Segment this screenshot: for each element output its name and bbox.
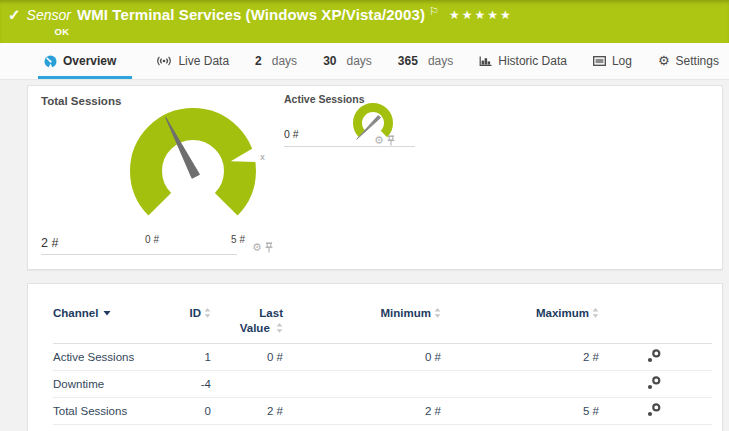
table-header-row: Channel ID Last Value Minimum Maximum bbox=[53, 306, 712, 344]
tab-2-days[interactable]: 2days bbox=[253, 43, 299, 79]
sort-desc-icon bbox=[103, 311, 111, 316]
gauges-panel: Total Sessions x 0 # 5 # 2 # ⚙ Active Se… bbox=[27, 85, 723, 270]
historic-data-icon bbox=[479, 56, 492, 67]
gear-icon: ⚙ bbox=[658, 55, 670, 67]
tab-bar: Overview Live Data 2days 30days 365days bbox=[0, 43, 729, 80]
total-sessions-gauge: x bbox=[128, 104, 278, 236]
sensor-header: ✓ Sensor WMI Terminal Services (Windows … bbox=[0, 0, 729, 43]
flag-icon[interactable]: ⚐ bbox=[429, 2, 439, 20]
log-icon bbox=[593, 56, 606, 66]
total-sessions-value: 2 # bbox=[41, 236, 58, 250]
tab-label: Log bbox=[612, 54, 632, 68]
tab-30-days[interactable]: 30days bbox=[321, 43, 374, 79]
channel-minimum: 0 # bbox=[283, 351, 441, 363]
priority-stars[interactable]: ★★★★★ bbox=[449, 6, 513, 24]
active-sessions-value: 0 # bbox=[284, 128, 299, 140]
column-header-last-value[interactable]: Last Value bbox=[211, 306, 283, 336]
column-header-minimum[interactable]: Minimum bbox=[283, 306, 441, 321]
tab-settings[interactable]: ⚙ Settings bbox=[656, 43, 721, 79]
channel-settings-icon[interactable] bbox=[647, 403, 661, 417]
channel-minimum: 2 # bbox=[283, 405, 441, 417]
live-data-icon bbox=[156, 55, 172, 67]
gauge-scale-min: 0 # bbox=[124, 234, 180, 245]
divider bbox=[284, 146, 415, 147]
channel-settings-icon[interactable] bbox=[647, 349, 661, 363]
gear-icon[interactable]: ⚙ bbox=[374, 135, 384, 146]
sort-both-icon bbox=[276, 323, 283, 333]
channel-name: Active Sessions bbox=[53, 351, 153, 363]
divider bbox=[41, 254, 237, 255]
status-badge: OK bbox=[55, 26, 513, 37]
gauge-title-total-sessions: Total Sessions bbox=[41, 95, 121, 107]
gauge-toolbar: ⚙ bbox=[374, 135, 395, 146]
channels-panel: Channel ID Last Value Minimum Maximum Ac… bbox=[27, 283, 723, 431]
column-header-id[interactable]: ID bbox=[153, 306, 211, 321]
sensor-overview-page: ✓ Sensor WMI Terminal Services (Windows … bbox=[0, 0, 729, 431]
tab-label: Overview bbox=[63, 54, 116, 68]
channel-last-value: 2 # bbox=[211, 405, 283, 417]
table-row: Total Sessions 0 2 # 2 # 5 # bbox=[53, 398, 712, 425]
gauge-toolbar: ⚙ bbox=[252, 242, 273, 253]
pin-icon[interactable] bbox=[387, 135, 395, 146]
table-body: Active Sessions 1 0 # 0 # 2 # Downtime -… bbox=[53, 344, 712, 425]
column-header-maximum[interactable]: Maximum bbox=[441, 306, 599, 321]
channel-last-value: 0 # bbox=[211, 351, 283, 363]
tab-live-data[interactable]: Live Data bbox=[154, 43, 231, 79]
tab-365-days[interactable]: 365days bbox=[396, 43, 455, 79]
status-ok-check-icon: ✓ bbox=[8, 6, 21, 24]
channel-name: Total Sessions bbox=[53, 405, 153, 417]
channel-id: 1 bbox=[153, 351, 211, 363]
tab-overview[interactable]: Overview bbox=[38, 43, 132, 79]
pin-icon[interactable] bbox=[265, 242, 273, 253]
tab-label: Historic Data bbox=[498, 54, 567, 68]
svg-text:x: x bbox=[260, 152, 265, 162]
page-title: WMI Terminal Services (Windows XP/Vista/… bbox=[77, 6, 425, 24]
gear-icon[interactable]: ⚙ bbox=[252, 242, 262, 253]
sort-both-icon bbox=[204, 308, 211, 318]
channel-id: 0 bbox=[153, 405, 211, 417]
channel-id: -4 bbox=[153, 378, 211, 390]
sort-both-icon bbox=[434, 308, 441, 318]
channel-name: Downtime bbox=[53, 378, 153, 390]
table-row: Downtime -4 bbox=[53, 371, 712, 398]
sort-both-icon bbox=[592, 308, 599, 318]
tab-historic-data[interactable]: Historic Data bbox=[477, 43, 569, 79]
tab-label: Live Data bbox=[178, 54, 229, 68]
channel-settings-icon[interactable] bbox=[647, 376, 661, 390]
table-row: Active Sessions 1 0 # 0 # 2 # bbox=[53, 344, 712, 371]
channel-maximum: 5 # bbox=[441, 405, 599, 417]
gauge-icon bbox=[44, 55, 57, 68]
tab-label: Settings bbox=[676, 54, 719, 68]
column-header-channel[interactable]: Channel bbox=[53, 306, 153, 321]
channel-table: Channel ID Last Value Minimum Maximum Ac… bbox=[53, 306, 712, 425]
object-kind-label: Sensor bbox=[27, 6, 71, 24]
tab-log[interactable]: Log bbox=[591, 43, 634, 79]
channel-maximum: 2 # bbox=[441, 351, 599, 363]
